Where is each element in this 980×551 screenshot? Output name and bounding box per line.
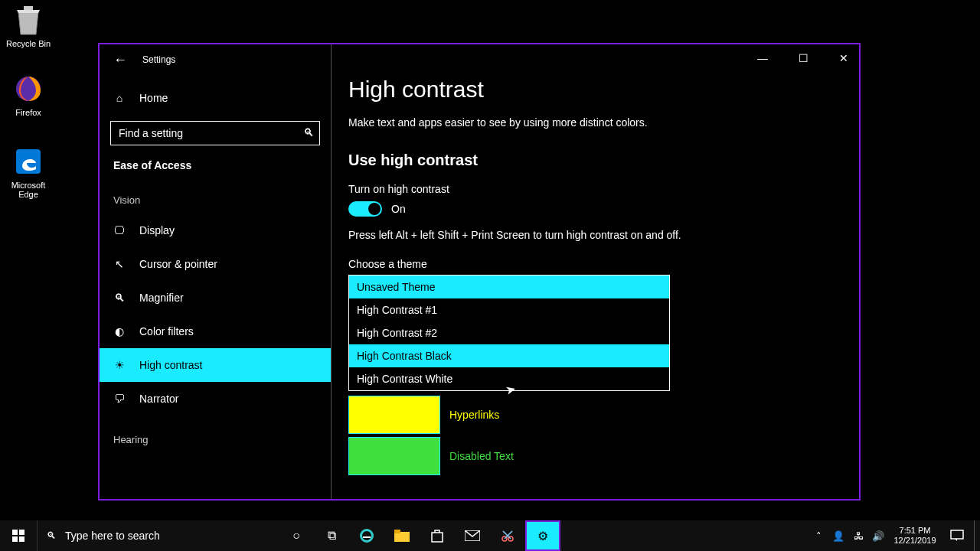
- firefox-icon: [12, 73, 44, 105]
- taskbar-app-explorer[interactable]: [384, 520, 420, 551]
- action-center-button[interactable]: [940, 520, 974, 551]
- magnifier-icon: 🔍︎: [113, 292, 126, 304]
- svg-rect-5: [12, 536, 18, 542]
- search-input[interactable]: [110, 121, 320, 145]
- theme-option-hc1[interactable]: High Contrast #1: [349, 298, 669, 321]
- cortana-button[interactable]: ○: [279, 520, 314, 551]
- sidebar-item-label: Magnifier: [139, 292, 184, 304]
- clock-time: 7:51 PM: [900, 526, 931, 536]
- app-title: Settings: [142, 54, 175, 65]
- taskbar-app-store[interactable]: [420, 520, 455, 551]
- close-button[interactable]: ✕: [833, 49, 854, 67]
- theme-option-unsaved[interactable]: Unsaved Theme: [349, 276, 669, 298]
- display-icon: 🖵: [113, 224, 126, 236]
- section-heading: Use high contrast: [348, 152, 842, 169]
- taskbar-app-edge[interactable]: [349, 520, 384, 551]
- svg-rect-4: [19, 530, 24, 535]
- narrator-icon: 🗩: [113, 393, 126, 405]
- toggle-state: On: [391, 203, 406, 215]
- taskbar-app-mail[interactable]: [455, 520, 490, 551]
- high-contrast-icon: ☀: [113, 359, 126, 371]
- page-title: High contrast: [348, 77, 842, 103]
- sidebar-item-label: Display: [139, 224, 175, 236]
- svg-rect-0: [24, 6, 33, 10]
- minimize-button[interactable]: —: [751, 49, 774, 67]
- desktop-icon-label: Firefox: [2, 108, 55, 117]
- desktop-icon-edge[interactable]: Microsoft Edge: [2, 145, 55, 199]
- sidebar-item-high-contrast[interactable]: ☀ High contrast: [100, 348, 331, 382]
- sidebar-item-label: Cursor & pointer: [139, 258, 217, 270]
- system-tray: ˄ 👤 🖧 🔊: [807, 520, 890, 551]
- start-button[interactable]: [0, 520, 37, 551]
- theme-option-hc2[interactable]: High Contrast #2: [349, 321, 669, 344]
- shortcut-hint: Press left Alt + left Shift + Print Scre…: [348, 229, 842, 241]
- taskbar-app-settings[interactable]: ⚙: [525, 520, 560, 551]
- disabled-text-label: Disabled Text: [449, 450, 514, 462]
- sidebar-item-display[interactable]: 🖵 Display: [100, 214, 331, 247]
- sidebar-subhead-vision: Vision: [100, 176, 331, 214]
- home-icon: ⌂: [113, 92, 126, 104]
- taskbar-clock[interactable]: 7:51 PM 12/21/2019: [890, 520, 940, 551]
- sidebar-item-cursor[interactable]: ↖ Cursor & pointer: [100, 247, 331, 281]
- desktop-icon-label: Recycle Bin: [2, 39, 55, 48]
- sidebar-item-label: High contrast: [139, 359, 202, 371]
- recycle-bin-icon: [12, 4, 44, 36]
- tray-volume-icon[interactable]: 🔊: [870, 530, 887, 542]
- high-contrast-toggle[interactable]: [348, 201, 382, 217]
- theme-dropdown[interactable]: Unsaved Theme High Contrast #1 High Cont…: [348, 275, 670, 391]
- clock-date: 12/21/2019: [893, 536, 936, 546]
- sidebar-item-color-filters[interactable]: ◐ Color filters: [100, 315, 331, 348]
- color-filters-icon: ◐: [113, 325, 126, 337]
- svg-rect-14: [951, 530, 963, 539]
- svg-point-7: [361, 530, 373, 542]
- toggle-label: Turn on high contrast: [348, 183, 842, 195]
- svg-rect-6: [19, 536, 24, 542]
- taskbar-search-input[interactable]: [65, 530, 256, 542]
- taskbar-search[interactable]: 🔍︎: [37, 520, 279, 551]
- back-button[interactable]: ←: [113, 52, 127, 68]
- cursor-icon: ↖: [113, 258, 126, 270]
- desktop-icon-label: Microsoft Edge: [2, 181, 55, 199]
- sidebar-item-narrator[interactable]: 🗩 Narrator: [100, 382, 331, 416]
- theme-option-hc-white[interactable]: High Contrast White: [349, 367, 669, 390]
- sidebar-category: Ease of Access: [100, 148, 331, 176]
- settings-window: ← Settings ⌂ Home 🔍︎ Ease of Access Visi…: [98, 43, 861, 500]
- sidebar: ← Settings ⌂ Home 🔍︎ Ease of Access Visi…: [100, 44, 332, 499]
- task-view-button[interactable]: ⧉: [314, 520, 349, 551]
- hyperlinks-label: Hyperlinks: [449, 409, 499, 421]
- desktop-icon-recycle-bin[interactable]: Recycle Bin: [2, 4, 55, 48]
- page-subtitle: Make text and apps easier to see by usin…: [348, 116, 842, 129]
- maximize-button[interactable]: ☐: [792, 49, 815, 67]
- taskbar-app-snip[interactable]: [490, 520, 525, 551]
- sidebar-item-magnifier[interactable]: 🔍︎ Magnifier: [100, 281, 331, 315]
- edge-icon: [12, 145, 44, 178]
- svg-rect-9: [394, 530, 400, 533]
- svg-rect-3: [12, 530, 18, 535]
- tray-chevron-up-icon[interactable]: ˄: [810, 530, 827, 542]
- sidebar-home-label: Home: [139, 92, 168, 104]
- show-desktop-button[interactable]: [974, 520, 980, 551]
- search-icon: 🔍︎: [47, 530, 56, 541]
- tray-network-icon[interactable]: 🖧: [850, 530, 867, 542]
- tray-people-icon[interactable]: 👤: [830, 530, 847, 542]
- sidebar-item-label: Color filters: [139, 325, 194, 337]
- choose-theme-label: Choose a theme: [348, 258, 842, 270]
- hyperlinks-color-swatch[interactable]: [348, 396, 440, 434]
- sidebar-item-label: Narrator: [139, 393, 178, 405]
- sidebar-home[interactable]: ⌂ Home: [100, 83, 331, 113]
- sidebar-subhead-hearing: Hearing: [100, 416, 331, 453]
- desktop-icon-firefox[interactable]: Firefox: [2, 73, 55, 117]
- theme-option-hc-black[interactable]: High Contrast Black: [349, 344, 669, 367]
- taskbar: 🔍︎ ○ ⧉ ⚙ ˄ 👤 🖧 🔊 7:51 PM 12/21/2019: [0, 520, 980, 551]
- disabled-text-color-swatch[interactable]: [348, 437, 440, 475]
- main-content: — ☐ ✕ High contrast Make text and apps e…: [332, 44, 859, 499]
- svg-rect-10: [432, 533, 443, 542]
